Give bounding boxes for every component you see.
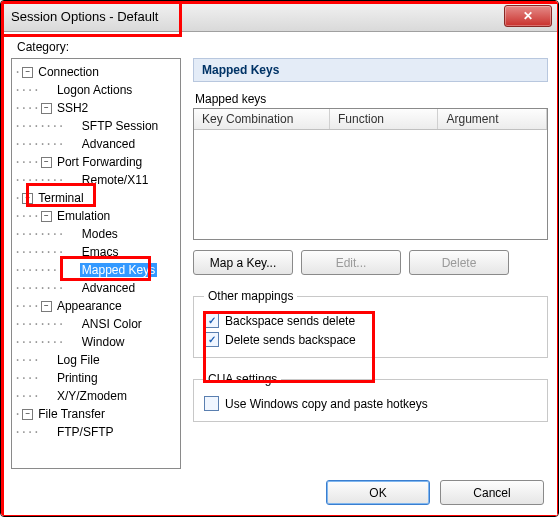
titlebar: Session Options - Default ✕ <box>1 1 558 32</box>
cua-settings-legend: CUA settings <box>204 372 281 386</box>
tree-node-ssh2[interactable]: ···· − SSH2 <box>14 99 178 117</box>
tree-label-mapped-keys: Mapped Keys <box>80 263 157 277</box>
cancel-button[interactable]: Cancel <box>440 480 544 505</box>
tree-label: Modes <box>80 227 120 241</box>
tree-node-appearance[interactable]: ···· − Appearance <box>14 297 178 315</box>
tree-node-ansi-color[interactable]: ········ ANSI Color <box>14 315 178 333</box>
ok-button[interactable]: OK <box>326 480 430 505</box>
tree-node-port-forwarding[interactable]: ···· − Port Forwarding <box>14 153 178 171</box>
tree-node-emu-advanced[interactable]: ········ Advanced <box>14 279 178 297</box>
map-a-key-button[interactable]: Map a Key... <box>193 250 293 275</box>
close-button[interactable]: ✕ <box>504 5 552 27</box>
checkbox-delete-sends-backspace[interactable] <box>204 332 219 347</box>
checkbox-label: Delete sends backspace <box>225 333 356 347</box>
window-title: Session Options - Default <box>11 9 158 24</box>
other-mappings-group: Other mappings Backspace sends delete De… <box>193 289 548 358</box>
tree-node-file-transfer[interactable]: · − File Transfer <box>14 405 178 423</box>
tree-node-terminal[interactable]: · − Terminal <box>14 189 178 207</box>
mapped-keys-label: Mapped keys <box>195 92 548 106</box>
tree-node-printing[interactable]: ···· Printing <box>14 369 178 387</box>
mapped-keys-table[interactable]: Key Combination Function Argument <box>193 108 548 240</box>
tree-label: FTP/SFTP <box>55 425 116 439</box>
tree-label: X/Y/Zmodem <box>55 389 129 403</box>
tree-node-logon-actions[interactable]: ···· Logon Actions <box>14 81 178 99</box>
checkbox-label: Use Windows copy and paste hotkeys <box>225 397 428 411</box>
checkbox-use-windows-hotkeys[interactable] <box>204 396 219 411</box>
mapped-keys-buttons: Map a Key... Edit... Delete <box>193 250 548 275</box>
collapse-icon[interactable]: − <box>41 211 52 222</box>
category-label: Category: <box>17 40 548 54</box>
dialog-body: Category: · − Connection ···· Logon Acti… <box>1 32 558 517</box>
tree-node-window[interactable]: ········ Window <box>14 333 178 351</box>
tree-node-sftp-session[interactable]: ········ SFTP Session <box>14 117 178 135</box>
tree-label: File Transfer <box>36 407 107 421</box>
content-area: · − Connection ···· Logon Actions ···· −… <box>11 58 548 469</box>
collapse-icon[interactable]: − <box>41 103 52 114</box>
tree-label: Appearance <box>55 299 124 313</box>
tree-label: Advanced <box>80 137 137 151</box>
tree-label: Window <box>80 335 127 349</box>
backspace-sends-delete-row[interactable]: Backspace sends delete <box>204 313 537 328</box>
tree-line: · <box>14 65 20 79</box>
table-header: Key Combination Function Argument <box>194 109 547 130</box>
col-argument[interactable]: Argument <box>438 109 547 129</box>
tree-label: Emulation <box>55 209 112 223</box>
tree-label-terminal: Terminal <box>36 191 85 205</box>
delete-button[interactable]: Delete <box>409 250 509 275</box>
tree-label: Log File <box>55 353 102 367</box>
checkbox-backspace-sends-delete[interactable] <box>204 313 219 328</box>
checkbox-label: Backspace sends delete <box>225 314 355 328</box>
tree-label: SFTP Session <box>80 119 160 133</box>
tree-label: Port Forwarding <box>55 155 144 169</box>
cua-settings-group: CUA settings Use Windows copy and paste … <box>193 372 548 422</box>
tree-label: ANSI Color <box>80 317 144 331</box>
dialog-window: Session Options - Default ✕ Category: · … <box>0 0 559 517</box>
tree-node-xyzmodem[interactable]: ···· X/Y/Zmodem <box>14 387 178 405</box>
collapse-icon[interactable]: − <box>22 409 33 420</box>
use-windows-hotkeys-row[interactable]: Use Windows copy and paste hotkeys <box>204 396 537 411</box>
tree-node-emulation[interactable]: ···· − Emulation <box>14 207 178 225</box>
close-icon: ✕ <box>523 9 533 23</box>
category-tree[interactable]: · − Connection ···· Logon Actions ···· −… <box>11 58 181 469</box>
tree-node-emacs[interactable]: ········ Emacs <box>14 243 178 261</box>
edit-button[interactable]: Edit... <box>301 250 401 275</box>
other-mappings-legend: Other mappings <box>204 289 297 303</box>
tree-label: Logon Actions <box>55 83 134 97</box>
settings-panel: Mapped Keys Mapped keys Key Combination … <box>193 58 548 469</box>
collapse-icon[interactable]: − <box>22 67 33 78</box>
tree-label: SSH2 <box>55 101 90 115</box>
tree-node-log-file[interactable]: ···· Log File <box>14 351 178 369</box>
tree-node-ftp-sftp[interactable]: ···· FTP/SFTP <box>14 423 178 441</box>
col-key-combination[interactable]: Key Combination <box>194 109 330 129</box>
tree-node-remote-x11[interactable]: ········ Remote/X11 <box>14 171 178 189</box>
tree-node-modes[interactable]: ········ Modes <box>14 225 178 243</box>
collapse-icon[interactable]: − <box>41 157 52 168</box>
collapse-icon[interactable]: − <box>41 301 52 312</box>
tree-label-connection: Connection <box>36 65 101 79</box>
table-body-empty <box>194 130 547 239</box>
tree-label: Printing <box>55 371 100 385</box>
tree-node-ssh2-advanced[interactable]: ········ Advanced <box>14 135 178 153</box>
tree-label: Emacs <box>80 245 121 259</box>
delete-sends-backspace-row[interactable]: Delete sends backspace <box>204 332 537 347</box>
tree-label: Remote/X11 <box>80 173 151 187</box>
dialog-buttons: OK Cancel <box>326 480 544 505</box>
panel-header: Mapped Keys <box>193 58 548 82</box>
tree-node-connection[interactable]: · − Connection <box>14 63 178 81</box>
collapse-icon[interactable]: − <box>22 193 33 204</box>
tree-label: Advanced <box>80 281 137 295</box>
tree-node-mapped-keys[interactable]: ········ Mapped Keys <box>14 261 178 279</box>
col-function[interactable]: Function <box>330 109 439 129</box>
